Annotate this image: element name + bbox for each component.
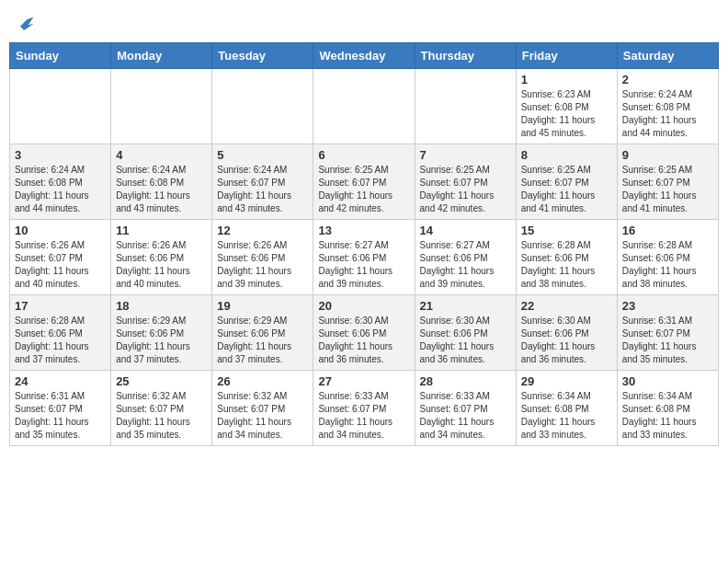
calendar-week-row: 1Sunrise: 6:23 AM Sunset: 6:08 PM Daylig… <box>10 69 719 144</box>
day-info: Sunrise: 6:34 AM Sunset: 6:08 PM Dayligh… <box>521 390 612 442</box>
calendar-cell: 11Sunrise: 6:26 AM Sunset: 6:06 PM Dayli… <box>111 220 212 295</box>
day-number: 13 <box>318 224 409 237</box>
calendar-cell: 6Sunrise: 6:25 AM Sunset: 6:07 PM Daylig… <box>313 144 415 220</box>
day-number: 29 <box>521 374 612 388</box>
day-number: 7 <box>420 148 511 162</box>
day-number: 9 <box>622 148 713 162</box>
day-number: 3 <box>15 148 106 162</box>
weekday-header-wednesday: Wednesday <box>313 43 415 69</box>
calendar-cell: 16Sunrise: 6:28 AM Sunset: 6:06 PM Dayli… <box>617 220 718 295</box>
calendar-cell: 26Sunrise: 6:32 AM Sunset: 6:07 PM Dayli… <box>212 371 313 446</box>
day-number: 10 <box>15 224 106 237</box>
day-number: 16 <box>622 224 713 237</box>
calendar-week-row: 3Sunrise: 6:24 AM Sunset: 6:08 PM Daylig… <box>10 144 719 220</box>
day-number: 18 <box>116 299 207 313</box>
day-info: Sunrise: 6:30 AM Sunset: 6:06 PM Dayligh… <box>420 315 511 366</box>
calendar-cell <box>212 69 313 144</box>
calendar-cell: 18Sunrise: 6:29 AM Sunset: 6:06 PM Dayli… <box>111 295 212 371</box>
day-info: Sunrise: 6:31 AM Sunset: 6:07 PM Dayligh… <box>622 315 713 366</box>
calendar-cell: 13Sunrise: 6:27 AM Sunset: 6:06 PM Dayli… <box>313 220 415 295</box>
day-info: Sunrise: 6:24 AM Sunset: 6:08 PM Dayligh… <box>15 164 106 215</box>
day-info: Sunrise: 6:30 AM Sunset: 6:06 PM Dayligh… <box>521 315 612 366</box>
day-info: Sunrise: 6:31 AM Sunset: 6:07 PM Dayligh… <box>15 390 106 442</box>
calendar-cell: 7Sunrise: 6:25 AM Sunset: 6:07 PM Daylig… <box>415 144 516 220</box>
day-number: 1 <box>521 73 612 86</box>
calendar-cell: 20Sunrise: 6:30 AM Sunset: 6:06 PM Dayli… <box>313 295 415 371</box>
weekday-header-friday: Friday <box>516 43 617 69</box>
day-info: Sunrise: 6:32 AM Sunset: 6:07 PM Dayligh… <box>116 390 207 442</box>
day-number: 11 <box>116 224 207 237</box>
calendar-cell: 9Sunrise: 6:25 AM Sunset: 6:07 PM Daylig… <box>617 144 718 220</box>
calendar-cell: 14Sunrise: 6:27 AM Sunset: 6:06 PM Dayli… <box>415 220 516 295</box>
day-number: 26 <box>217 374 308 388</box>
day-info: Sunrise: 6:24 AM Sunset: 6:08 PM Dayligh… <box>622 88 713 140</box>
day-info: Sunrise: 6:28 AM Sunset: 6:06 PM Dayligh… <box>622 239 713 291</box>
weekday-header-monday: Monday <box>111 43 212 69</box>
day-info: Sunrise: 6:24 AM Sunset: 6:07 PM Dayligh… <box>217 164 308 215</box>
weekday-header-saturday: Saturday <box>617 43 718 69</box>
day-number: 4 <box>116 148 207 162</box>
day-info: Sunrise: 6:24 AM Sunset: 6:08 PM Dayligh… <box>116 164 207 215</box>
day-info: Sunrise: 6:26 AM Sunset: 6:06 PM Dayligh… <box>116 239 207 291</box>
day-number: 30 <box>622 374 713 388</box>
calendar-cell: 2Sunrise: 6:24 AM Sunset: 6:08 PM Daylig… <box>617 69 718 144</box>
calendar-cell: 4Sunrise: 6:24 AM Sunset: 6:08 PM Daylig… <box>111 144 212 220</box>
day-info: Sunrise: 6:32 AM Sunset: 6:07 PM Dayligh… <box>217 390 308 442</box>
day-info: Sunrise: 6:28 AM Sunset: 6:06 PM Dayligh… <box>521 239 612 291</box>
calendar-cell: 5Sunrise: 6:24 AM Sunset: 6:07 PM Daylig… <box>212 144 313 220</box>
day-info: Sunrise: 6:26 AM Sunset: 6:06 PM Dayligh… <box>217 239 308 291</box>
calendar-cell: 17Sunrise: 6:28 AM Sunset: 6:06 PM Dayli… <box>10 295 111 371</box>
day-info: Sunrise: 6:33 AM Sunset: 6:07 PM Dayligh… <box>420 390 511 442</box>
day-number: 23 <box>622 299 713 313</box>
day-number: 27 <box>318 374 409 388</box>
day-info: Sunrise: 6:26 AM Sunset: 6:07 PM Dayligh… <box>15 239 106 291</box>
day-number: 12 <box>217 224 308 237</box>
day-number: 15 <box>521 224 612 237</box>
calendar-cell: 19Sunrise: 6:29 AM Sunset: 6:06 PM Dayli… <box>212 295 313 371</box>
calendar-cell: 30Sunrise: 6:34 AM Sunset: 6:08 PM Dayli… <box>617 371 718 446</box>
day-number: 28 <box>420 374 511 388</box>
day-info: Sunrise: 6:29 AM Sunset: 6:06 PM Dayligh… <box>116 315 207 366</box>
calendar-cell: 22Sunrise: 6:30 AM Sunset: 6:06 PM Dayli… <box>516 295 617 371</box>
day-info: Sunrise: 6:29 AM Sunset: 6:06 PM Dayligh… <box>217 315 308 366</box>
calendar-cell: 15Sunrise: 6:28 AM Sunset: 6:06 PM Dayli… <box>516 220 617 295</box>
day-info: Sunrise: 6:27 AM Sunset: 6:06 PM Dayligh… <box>318 239 409 291</box>
day-info: Sunrise: 6:34 AM Sunset: 6:08 PM Dayligh… <box>622 390 713 442</box>
day-info: Sunrise: 6:28 AM Sunset: 6:06 PM Dayligh… <box>15 315 106 366</box>
calendar-cell <box>415 69 516 144</box>
calendar-week-row: 24Sunrise: 6:31 AM Sunset: 6:07 PM Dayli… <box>10 371 719 446</box>
day-info: Sunrise: 6:25 AM Sunset: 6:07 PM Dayligh… <box>521 164 612 215</box>
calendar-week-row: 17Sunrise: 6:28 AM Sunset: 6:06 PM Dayli… <box>10 295 719 371</box>
day-info: Sunrise: 6:23 AM Sunset: 6:08 PM Dayligh… <box>521 88 612 140</box>
calendar-cell: 23Sunrise: 6:31 AM Sunset: 6:07 PM Dayli… <box>617 295 718 371</box>
day-number: 2 <box>622 73 713 86</box>
calendar-cell: 1Sunrise: 6:23 AM Sunset: 6:08 PM Daylig… <box>516 69 617 144</box>
calendar-cell: 3Sunrise: 6:24 AM Sunset: 6:08 PM Daylig… <box>10 144 111 220</box>
calendar-table: SundayMondayTuesdayWednesdayThursdayFrid… <box>9 42 719 446</box>
calendar-cell: 24Sunrise: 6:31 AM Sunset: 6:07 PM Dayli… <box>10 371 111 446</box>
day-number: 20 <box>318 299 409 313</box>
calendar-cell: 21Sunrise: 6:30 AM Sunset: 6:06 PM Dayli… <box>415 295 516 371</box>
weekday-header-thursday: Thursday <box>415 43 516 69</box>
day-info: Sunrise: 6:33 AM Sunset: 6:07 PM Dayligh… <box>318 390 409 442</box>
calendar-cell <box>313 69 415 144</box>
logo <box>13 13 35 33</box>
day-info: Sunrise: 6:25 AM Sunset: 6:07 PM Dayligh… <box>318 164 409 215</box>
day-number: 8 <box>521 148 612 162</box>
calendar-week-row: 10Sunrise: 6:26 AM Sunset: 6:07 PM Dayli… <box>10 220 719 295</box>
page-header <box>9 9 719 33</box>
calendar-cell: 29Sunrise: 6:34 AM Sunset: 6:08 PM Dayli… <box>516 371 617 446</box>
day-info: Sunrise: 6:25 AM Sunset: 6:07 PM Dayligh… <box>420 164 511 215</box>
calendar-cell: 27Sunrise: 6:33 AM Sunset: 6:07 PM Dayli… <box>313 371 415 446</box>
weekday-header-sunday: Sunday <box>10 43 111 69</box>
calendar-cell: 10Sunrise: 6:26 AM Sunset: 6:07 PM Dayli… <box>10 220 111 295</box>
calendar-cell: 25Sunrise: 6:32 AM Sunset: 6:07 PM Dayli… <box>111 371 212 446</box>
day-number: 24 <box>15 374 106 388</box>
day-number: 22 <box>521 299 612 313</box>
day-info: Sunrise: 6:27 AM Sunset: 6:06 PM Dayligh… <box>420 239 511 291</box>
logo-bird-icon <box>15 13 35 33</box>
day-number: 6 <box>318 148 409 162</box>
day-number: 21 <box>420 299 511 313</box>
day-info: Sunrise: 6:30 AM Sunset: 6:06 PM Dayligh… <box>318 315 409 366</box>
svg-marker-0 <box>20 17 34 30</box>
